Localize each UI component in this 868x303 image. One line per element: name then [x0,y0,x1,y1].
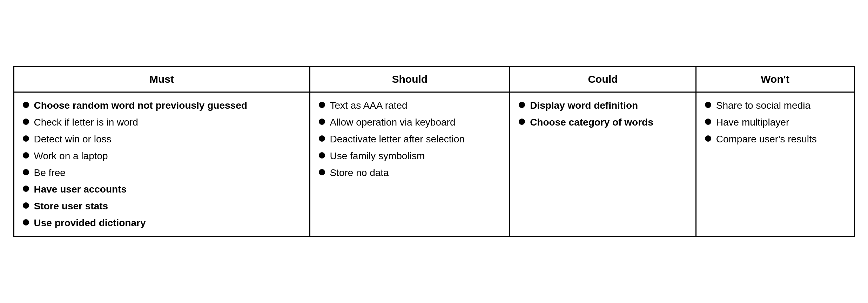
bullet-icon [23,202,29,209]
bullet-icon [23,219,29,225]
list-item-text: Choose random word not previously guesse… [34,99,247,112]
list-item-text: Be free [34,166,66,180]
bullet-icon [705,102,711,108]
list-item: Have user accounts [23,183,301,196]
list-item: Store user stats [23,200,301,213]
wont-column: Share to social mediaHave multiplayerCom… [696,92,854,236]
list-item: Deactivate letter after selection [319,133,501,146]
wont-list: Share to social mediaHave multiplayerCom… [705,99,846,146]
must-list: Choose random word not previously guesse… [23,99,301,229]
header-must: Must [14,67,310,92]
list-item: Text as AAA rated [319,99,501,112]
bullet-icon [319,135,325,142]
list-item-text: Allow operation via keyboard [330,116,456,129]
bullet-icon [705,119,711,125]
moscow-table-container: Must Should Could Won't Choose random wo… [13,66,855,237]
list-item-text: Use family symbolism [330,149,425,163]
bullet-icon [319,102,325,108]
list-item-text: Compare user's results [716,133,817,146]
list-item: Detect win or loss [23,133,301,146]
header-should: Should [310,67,510,92]
bullet-icon [23,152,29,159]
list-item-text: Share to social media [716,99,810,112]
list-item: Share to social media [705,99,846,112]
list-item: Use provided dictionary [23,216,301,230]
could-list: Display word definitionChoose category o… [519,99,687,129]
list-item: Have multiplayer [705,116,846,129]
list-item: Be free [23,166,301,180]
content-row: Choose random word not previously guesse… [14,92,854,236]
list-item: Allow operation via keyboard [319,116,501,129]
bullet-icon [23,135,29,142]
bullet-icon [23,169,29,175]
bullet-icon [23,119,29,125]
should-list: Text as AAA ratedAllow operation via key… [319,99,501,179]
header-wont: Won't [696,67,854,92]
list-item: Choose category of words [519,116,687,129]
bullet-icon [23,186,29,192]
list-item-text: Use provided dictionary [34,216,146,230]
list-item: Display word definition [519,99,687,112]
list-item-text: Deactivate letter after selection [330,133,465,146]
bullet-icon [519,119,525,125]
bullet-icon [23,102,29,108]
must-column: Choose random word not previously guesse… [14,92,310,236]
list-item-text: Detect win or loss [34,133,112,146]
list-item-text: Choose category of words [530,116,653,129]
list-item-text: Have multiplayer [716,116,789,129]
bullet-icon [319,152,325,159]
should-column: Text as AAA ratedAllow operation via key… [310,92,510,236]
list-item-text: Store no data [330,166,389,180]
list-item: Work on a laptop [23,149,301,163]
list-item-text: Check if letter is in word [34,116,138,129]
list-item-text: Text as AAA rated [330,99,408,112]
list-item: Use family symbolism [319,149,501,163]
bullet-icon [319,169,325,175]
list-item: Store no data [319,166,501,180]
list-item-text: Store user stats [34,200,108,213]
could-column: Display word definitionChoose category o… [510,92,696,236]
list-item: Check if letter is in word [23,116,301,129]
header-could: Could [510,67,696,92]
list-item-text: Display word definition [530,99,638,112]
moscow-table: Must Should Could Won't Choose random wo… [13,66,855,237]
bullet-icon [319,119,325,125]
bullet-icon [519,102,525,108]
list-item: Choose random word not previously guesse… [23,99,301,112]
list-item: Compare user's results [705,133,846,146]
list-item-text: Have user accounts [34,183,127,196]
list-item-text: Work on a laptop [34,149,108,163]
bullet-icon [705,135,711,142]
